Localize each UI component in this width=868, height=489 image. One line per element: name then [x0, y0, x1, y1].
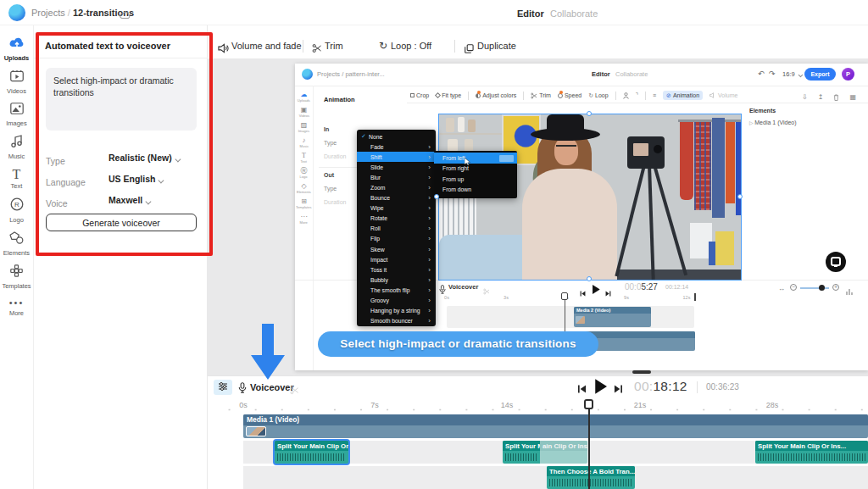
- tab-editor[interactable]: Editor: [517, 8, 544, 19]
- sidebar-item-images[interactable]: Images: [0, 103, 34, 127]
- sidebar-item-uploads[interactable]: Uploads: [0, 36, 34, 62]
- inner-sidebar-item: ☁Uploads: [297, 92, 311, 103]
- loop-icon: ↻: [588, 92, 593, 99]
- submenu-item-from-down[interactable]: From down: [434, 185, 517, 196]
- submenu-item-from-left[interactable]: From left: [434, 153, 517, 164]
- scene-woman-body: [522, 169, 617, 280]
- inner-timeline-end-marker: [694, 293, 696, 301]
- music-note-icon: [11, 135, 23, 151]
- playhead-handle[interactable]: [584, 399, 593, 409]
- menu-item-none[interactable]: ✓None: [357, 131, 436, 142]
- clip-split-your-main-3[interactable]: Split Your Main Clip Or Ins...: [755, 441, 868, 464]
- type-select[interactable]: Realistic (New): [108, 153, 179, 163]
- duplicate-button[interactable]: Duplicate: [477, 41, 516, 51]
- clip-split-your-main-2[interactable]: Split Your M: [503, 441, 540, 464]
- selection-handle-bottom: [587, 276, 592, 281]
- submenu-item-from-up[interactable]: From up: [434, 174, 517, 185]
- menu-item-the-smooth-flip[interactable]: The smooth flip›: [357, 285, 436, 295]
- clip-media1-video[interactable]: Media 1 (Video): [243, 414, 868, 438]
- menu-item-rotate[interactable]: Rotate›: [357, 214, 436, 224]
- generate-voiceover-button[interactable]: Generate voiceover: [46, 214, 197, 231]
- scene-woman-face: [554, 137, 578, 165]
- tab-collaborate[interactable]: Collaborate: [550, 8, 598, 19]
- menu-item-wipe[interactable]: Wipe›: [357, 203, 436, 214]
- tutorial-video-frame[interactable]: Projects / pattern-inter... Editor Colla…: [295, 64, 868, 370]
- menu-item-blur[interactable]: Blur›: [357, 172, 436, 182]
- menu-item-fade[interactable]: Fade›: [357, 142, 436, 152]
- voice-select[interactable]: Maxwell: [108, 195, 150, 205]
- prev-frame-button[interactable]: [577, 382, 587, 397]
- submenu-arrow-icon: ›: [428, 276, 431, 284]
- submenu-arrow-icon: ›: [428, 184, 431, 192]
- clip-toolbar: Volume and fade Trim ↻ Loop : Off Duplic…: [208, 34, 868, 59]
- inner-sidebar-item: ⓇLogo: [299, 168, 308, 179]
- crop-icon: [410, 93, 415, 97]
- submenu-item-from-right[interactable]: From right: [434, 164, 517, 175]
- voiceover-track-button[interactable]: Voiceover: [250, 382, 294, 392]
- submenu-arrow-icon: ›: [428, 225, 431, 232]
- timeline-header: Voiceover 00:18:12 00:36:23: [208, 375, 868, 398]
- app-logo-icon[interactable]: [8, 4, 25, 21]
- menu-item-bounce[interactable]: Bounce›: [357, 193, 436, 203]
- scene-camera: [627, 136, 665, 169]
- menu-item-smooth-bouncer[interactable]: Smooth bouncer›: [357, 316, 436, 326]
- inner-sidebar: ☁Uploads ▣Videos ▨Images ♪Music TText ⓇL…: [295, 86, 314, 370]
- clip-label: Split Your Main Clip Or Ins...: [275, 441, 348, 451]
- clip-split-your-main-1[interactable]: Split Your Main Clip Or Ins...: [275, 441, 348, 464]
- breadcrumb-projects[interactable]: Projects: [31, 8, 65, 18]
- inner-aspect-ratio: 16:9: [782, 70, 801, 78]
- inner-sidebar-item: ⋯More: [299, 214, 308, 225]
- inner-panel-title: Animation: [324, 96, 355, 103]
- menu-item-impact[interactable]: Impact›: [357, 254, 436, 264]
- inner-loop-button: ↻Loop: [588, 92, 608, 99]
- menu-item-slide[interactable]: Slide›: [357, 162, 436, 172]
- sidebar-item-logo[interactable]: R Logo: [0, 197, 34, 224]
- registered-mark-icon: Ⓡ: [300, 168, 307, 175]
- left-sidebar: Uploads Videos Images Music T Text R Log…: [0, 25, 34, 489]
- toolbar-divider: [303, 40, 303, 53]
- inner-playhead-handle[interactable]: [561, 292, 568, 300]
- breadcrumb[interactable]: Projects / 12-transitions: [31, 8, 134, 18]
- menu-item-flip[interactable]: Flip›: [357, 234, 436, 244]
- chat-widget-button[interactable]: [826, 252, 846, 272]
- sidebar-item-more[interactable]: ••• More: [0, 297, 34, 317]
- menu-item-zoom[interactable]: Zoom›: [357, 182, 436, 192]
- inner-clip-thumbnail: [576, 316, 585, 324]
- scene-tripod-leg: [615, 165, 646, 277]
- inner-sidebar-item: ◇Elements: [296, 183, 312, 194]
- inner-breadcrumb: Projects / pattern-inter...: [317, 70, 393, 78]
- menu-item-hanging-by-a-string[interactable]: Hanging by a string›: [357, 306, 436, 316]
- scene-woman-glasses: [556, 145, 576, 149]
- inner-sidebar-item: ▣Videos: [298, 107, 310, 118]
- track-settings-chip[interactable]: [214, 380, 232, 395]
- language-select[interactable]: US English: [108, 174, 163, 184]
- sidebar-item-videos[interactable]: Videos: [0, 69, 34, 95]
- sidebar-item-music[interactable]: Music: [0, 135, 34, 160]
- sidebar-item-templates[interactable]: Templates: [0, 264, 34, 290]
- trim-button[interactable]: Trim: [325, 41, 343, 51]
- menu-item-groovy[interactable]: Groovy›: [357, 296, 436, 306]
- timeline-drag-handle[interactable]: [632, 370, 651, 374]
- play-button[interactable]: [594, 379, 607, 397]
- menu-item-roll[interactable]: Roll›: [357, 224, 436, 234]
- volume-and-fade-button[interactable]: Volume and fade: [231, 41, 302, 51]
- chevron-down-icon: [798, 72, 803, 76]
- inner-voiceover-label: Voiceover: [448, 283, 478, 291]
- inner-clip-media2[interactable]: Media 2 (Video): [574, 307, 651, 327]
- voiceover-text-input[interactable]: Select high-impact or dramatic transitio…: [46, 68, 197, 131]
- loop-button[interactable]: Loop : Off: [391, 41, 431, 51]
- playhead-line: [588, 399, 590, 489]
- menu-item-bubbly[interactable]: Bubbly›: [357, 275, 436, 285]
- menu-item-shift[interactable]: Shift›: [357, 152, 436, 162]
- inner-in-label: In: [324, 126, 329, 132]
- menu-item-skew[interactable]: Skew›: [357, 244, 436, 254]
- current-time-display: 00:18:12: [634, 379, 687, 394]
- timeline-ruler[interactable]: 0s 7s 14s 21s 28s: [208, 398, 868, 413]
- next-frame-button[interactable]: [614, 382, 623, 397]
- sidebar-item-elements[interactable]: Elements: [0, 231, 34, 257]
- language-field-row: Language US English: [46, 174, 197, 189]
- clip-then-choose-bold[interactable]: Then Choose A Bold Tran...: [547, 466, 635, 489]
- menu-item-toss-it[interactable]: Toss it›: [357, 264, 436, 275]
- sidebar-item-text[interactable]: T Text: [0, 168, 34, 190]
- inner-export-button: Export: [804, 68, 836, 81]
